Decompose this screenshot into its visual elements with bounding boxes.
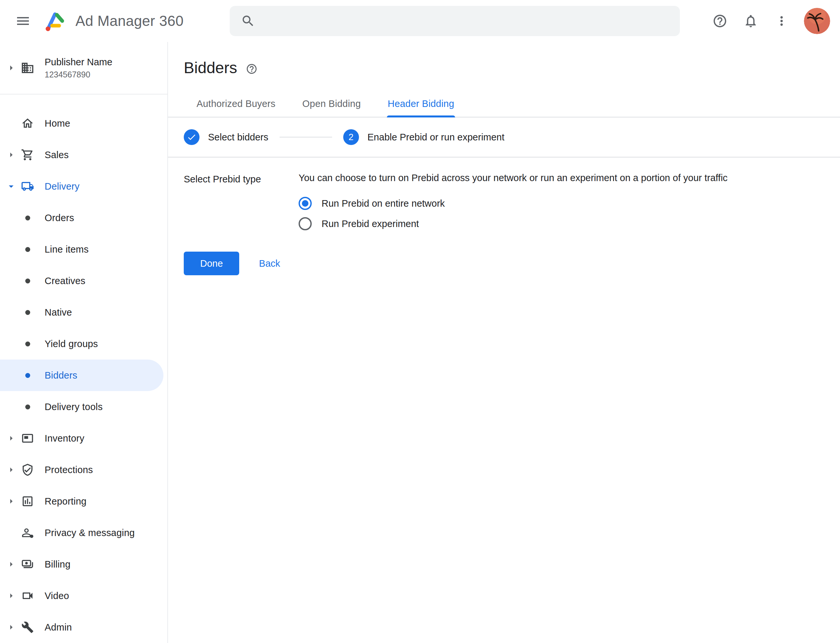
search-bar[interactable] <box>230 6 680 36</box>
sidebar-item-delivery-tools[interactable]: Delivery tools <box>0 391 167 423</box>
back-button[interactable]: Back <box>248 251 290 275</box>
radio-label: Run Prebid experiment <box>322 219 419 229</box>
bar-chart-icon <box>20 493 36 509</box>
sidebar-item-native[interactable]: Native <box>0 297 167 328</box>
bullet-icon <box>20 242 36 257</box>
sidebar-item-label: Protections <box>45 465 93 475</box>
sidebar-item-yield-groups[interactable]: Yield groups <box>0 328 167 359</box>
expand-arrow-icon[interactable] <box>5 433 17 444</box>
step-number-circle: 2 <box>343 129 359 145</box>
building-icon <box>20 60 36 76</box>
publisher-info: Publisher Name 1234567890 <box>45 57 112 79</box>
expand-arrow-icon[interactable] <box>5 149 17 160</box>
search-input[interactable] <box>264 15 669 26</box>
expand-arrow-icon[interactable] <box>5 464 17 475</box>
sidebar-item-label: Orders <box>45 212 74 224</box>
avatar[interactable] <box>804 8 830 34</box>
form-actions: Done Back <box>168 251 840 275</box>
sidebar-item-admin[interactable]: Admin <box>0 612 167 643</box>
publisher-selector[interactable]: Publisher Name 1234567890 <box>0 42 167 95</box>
ad-manager-logo-icon <box>42 8 67 33</box>
tab-bar: Authorized Buyers Open Bidding Header Bi… <box>168 91 840 118</box>
radio-option-experiment[interactable]: Run Prebid experiment <box>299 214 727 234</box>
sidebar-item-video[interactable]: Video <box>0 580 167 612</box>
bullet-icon <box>20 399 36 415</box>
checkmark-icon <box>187 132 196 142</box>
expand-arrow-icon[interactable] <box>5 496 17 507</box>
radio-label: Run Prebid on entire network <box>322 198 445 209</box>
search-icon <box>241 14 255 28</box>
overflow-menu-button[interactable] <box>771 10 792 31</box>
sidebar-item-reporting[interactable]: Reporting <box>0 486 167 517</box>
radio-unselected-icon[interactable] <box>299 217 312 230</box>
hamburger-menu-button[interactable] <box>11 9 35 33</box>
top-app-bar: Ad Manager 360 <box>0 0 840 42</box>
sidebar-item-label: Home <box>45 118 70 129</box>
step-select-bidders[interactable]: Select bidders <box>184 129 268 145</box>
page-help-button[interactable] <box>246 63 258 75</box>
section-label: Select Prebid type <box>184 173 299 234</box>
sidebar-item-billing[interactable]: Billing <box>0 548 167 580</box>
radio-option-entire-network[interactable]: Run Prebid on entire network <box>299 193 727 214</box>
sidebar-item-home[interactable]: Home <box>0 108 167 139</box>
help-circle-icon <box>713 13 727 29</box>
sidebar-item-creatives[interactable]: Creatives <box>0 265 167 297</box>
bell-icon <box>743 13 758 29</box>
sidebar-item-line-items[interactable]: Line items <box>0 233 167 265</box>
sidebar-item-label: Delivery <box>45 181 79 192</box>
sidebar-item-label: Video <box>45 591 69 601</box>
step-enable-prebid[interactable]: 2 Enable Prebid or run experiment <box>343 129 505 145</box>
sidebar-item-delivery[interactable]: Delivery <box>0 171 167 202</box>
done-button[interactable]: Done <box>184 251 239 275</box>
three-dot-menu-icon <box>775 14 789 28</box>
section-description: You can choose to turn on Prebid across … <box>299 173 727 183</box>
sidebar-item-sales[interactable]: Sales <box>0 139 167 171</box>
sidebar-item-label: Sales <box>45 150 69 160</box>
bullet-icon <box>20 367 36 383</box>
bullet-icon <box>20 273 36 289</box>
tab-header-bidding[interactable]: Header Bidding <box>374 91 468 117</box>
shield-check-icon <box>20 462 36 478</box>
sidebar-item-privacy-messaging[interactable]: Privacy & messaging <box>0 517 167 548</box>
publisher-name: Publisher Name <box>45 57 112 68</box>
tab-open-bidding[interactable]: Open Bidding <box>289 91 374 117</box>
collapse-arrow-down-icon[interactable] <box>5 181 17 192</box>
sidebar-item-label: Privacy & messaging <box>45 527 135 539</box>
step-label: Select bidders <box>208 132 268 143</box>
sidebar-item-label: Billing <box>45 559 70 570</box>
bullet-icon <box>20 336 36 352</box>
page-title: Bidders <box>184 59 237 77</box>
palm-tree-avatar-image <box>804 8 830 34</box>
bullet-icon <box>20 304 36 320</box>
publisher-id: 1234567890 <box>45 70 112 79</box>
sidebar-item-orders[interactable]: Orders <box>0 202 167 233</box>
help-circle-icon <box>246 63 258 75</box>
sidebar-item-protections[interactable]: Protections <box>0 454 167 486</box>
truck-icon <box>20 178 36 194</box>
tab-authorized-buyers[interactable]: Authorized Buyers <box>183 91 289 117</box>
sidebar-item-bidders[interactable]: Bidders <box>0 359 163 391</box>
section-content: You can choose to turn on Prebid across … <box>299 173 727 234</box>
sidebar-item-label: Delivery tools <box>45 401 103 412</box>
collapse-arrow-icon[interactable] <box>5 62 17 74</box>
stepper: Select bidders 2 Enable Prebid or run ex… <box>168 118 840 157</box>
expand-arrow-icon[interactable] <box>5 622 17 633</box>
sidebar-item-label: Creatives <box>45 276 85 286</box>
shopping-cart-icon <box>20 147 36 163</box>
sidebar-item-label: Inventory <box>45 433 84 444</box>
step-connector <box>279 137 332 137</box>
page-header: Bidders <box>168 42 840 80</box>
help-button[interactable] <box>709 10 731 31</box>
sidebar-item-label: Admin <box>45 622 72 633</box>
radio-group: Run Prebid on entire network Run Prebid … <box>299 193 727 234</box>
sidebar-item-label: Line items <box>45 244 88 255</box>
home-icon <box>20 116 36 131</box>
sidebar-item-label: Reporting <box>45 496 87 507</box>
sidebar-item-inventory[interactable]: Inventory <box>0 423 167 454</box>
video-camera-icon <box>20 588 36 604</box>
notifications-button[interactable] <box>740 10 761 31</box>
radio-selected-icon[interactable] <box>299 197 312 210</box>
expand-arrow-icon[interactable] <box>5 559 17 570</box>
sidebar-menu: Home Sales Delivery Orders Line items Cr… <box>0 95 167 643</box>
expand-arrow-icon[interactable] <box>5 590 17 601</box>
